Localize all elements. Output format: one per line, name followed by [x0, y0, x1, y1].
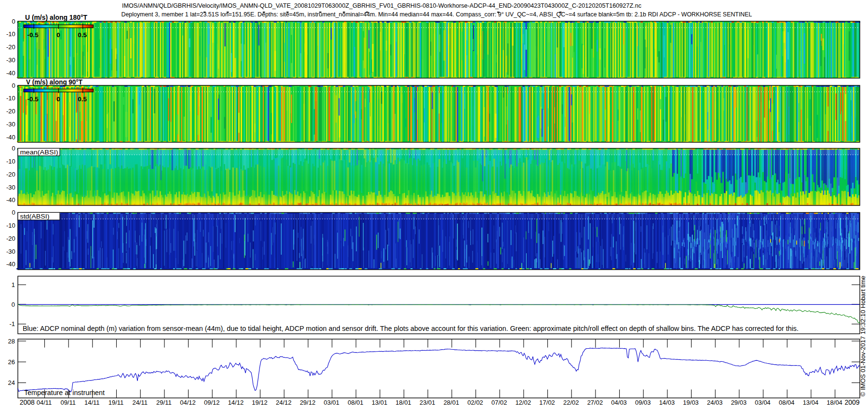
svg-text:-20: -20 [6, 235, 15, 242]
svg-text:-1: -1 [9, 320, 15, 328]
svg-text:-40: -40 [6, 196, 15, 204]
svg-text:-0.5: -0.5 [27, 96, 39, 103]
svg-text:-10: -10 [6, 95, 15, 102]
svg-text:-10: -10 [6, 222, 15, 229]
svg-text:03/04: 03/04 [755, 399, 771, 406]
svg-text:-20: -20 [6, 43, 15, 51]
svg-text:-30: -30 [6, 248, 15, 255]
svg-text:03/01: 03/01 [324, 399, 339, 406]
svg-text:27/02: 27/02 [587, 399, 603, 406]
svg-text:22/02: 22/02 [563, 399, 579, 406]
svg-text:-0.5: -0.5 [27, 31, 39, 39]
svg-text:0: 0 [12, 82, 15, 89]
svg-text:04/12: 04/12 [180, 399, 196, 406]
svg-text:-10: -10 [6, 30, 15, 38]
svg-text:29/03: 29/03 [731, 399, 747, 406]
svg-text:24/03: 24/03 [707, 399, 723, 406]
svg-text:09/12: 09/12 [204, 399, 220, 406]
svg-text:std(ABSI): std(ABSI) [20, 213, 50, 220]
svg-text:18/04: 18/04 [827, 399, 842, 406]
svg-text:23/01: 23/01 [420, 399, 435, 406]
svg-text:0: 0 [12, 301, 15, 308]
svg-text:-40: -40 [6, 134, 15, 141]
svg-text:14/12: 14/12 [228, 399, 244, 406]
svg-text:28/01: 28/01 [444, 399, 460, 406]
svg-text:0: 0 [56, 96, 60, 103]
svg-text:-40: -40 [6, 260, 15, 268]
svg-text:07/02: 07/02 [491, 399, 507, 406]
svg-text:08/04: 08/04 [779, 399, 795, 406]
svg-text:-30: -30 [6, 121, 15, 128]
svg-text:0: 0 [12, 18, 15, 25]
svg-text:28: 28 [8, 338, 15, 345]
svg-text:© IMOS 01-Nov-2017 19:32:10 Ho: © IMOS 01-Nov-2017 19:32:10 Hobart time [859, 276, 867, 396]
svg-text:0.5: 0.5 [78, 31, 87, 39]
svg-text:19/12: 19/12 [252, 399, 268, 406]
svg-text:-20: -20 [6, 108, 15, 115]
svg-text:U (m/s) along 180°T: U (m/s) along 180°T [25, 14, 87, 21]
svg-text:-20: -20 [6, 171, 15, 178]
svg-text:04/11: 04/11 [37, 399, 52, 406]
svg-text:V (m/s) along 90°T: V (m/s) along 90°T [26, 78, 82, 86]
svg-text:29/12: 29/12 [300, 399, 316, 406]
svg-text:-10: -10 [6, 158, 15, 165]
svg-text:29/11: 29/11 [156, 399, 172, 406]
svg-text:08/01: 08/01 [348, 399, 364, 406]
svg-text:12/02: 12/02 [515, 399, 531, 406]
svg-text:14/11: 14/11 [84, 399, 100, 406]
svg-text:02/02: 02/02 [467, 399, 483, 406]
svg-text:Deployment 3, member 1 lat=23.: Deployment 3, member 1 lat=23.51S lon=15… [122, 11, 752, 18]
svg-text:18/01: 18/01 [395, 399, 411, 406]
svg-text:04/03: 04/03 [611, 399, 627, 406]
svg-text:2008: 2008 [20, 398, 35, 406]
svg-text:0: 0 [12, 145, 15, 152]
svg-text:0: 0 [12, 209, 15, 216]
svg-text:0.5: 0.5 [78, 96, 87, 103]
svg-text:24/12: 24/12 [276, 399, 292, 406]
svg-text:2009: 2009 [844, 398, 859, 406]
svg-text:19/03: 19/03 [683, 399, 699, 406]
svg-text:24: 24 [8, 379, 15, 386]
svg-text:24/11: 24/11 [132, 399, 148, 406]
svg-text:1: 1 [12, 281, 15, 288]
svg-text:19/11: 19/11 [108, 399, 124, 406]
svg-text:0: 0 [56, 31, 60, 39]
svg-text:-30: -30 [6, 184, 15, 191]
svg-text:14/03: 14/03 [659, 399, 675, 406]
svg-text:26: 26 [8, 358, 15, 366]
svg-text:IMOS/ANMN/QLD/GBRHIS/Velocity/: IMOS/ANMN/QLD/GBRHIS/Velocity/IMOS_ANMN-… [122, 2, 641, 9]
svg-text:Temperature at instrument: Temperature at instrument [24, 388, 105, 396]
svg-text:-40: -40 [6, 69, 15, 77]
svg-text:Blue: ADCP nominal depth (m) v: Blue: ADCP nominal depth (m) variation f… [23, 325, 799, 332]
svg-text:13/01: 13/01 [372, 399, 388, 406]
svg-text:09/03: 09/03 [635, 399, 651, 406]
svg-text:13/04: 13/04 [803, 399, 819, 406]
svg-text:-30: -30 [6, 56, 15, 64]
svg-text:mean(ABSI): mean(ABSI) [20, 149, 58, 156]
svg-text:17/02: 17/02 [539, 399, 555, 406]
svg-text:09/11: 09/11 [60, 399, 76, 406]
